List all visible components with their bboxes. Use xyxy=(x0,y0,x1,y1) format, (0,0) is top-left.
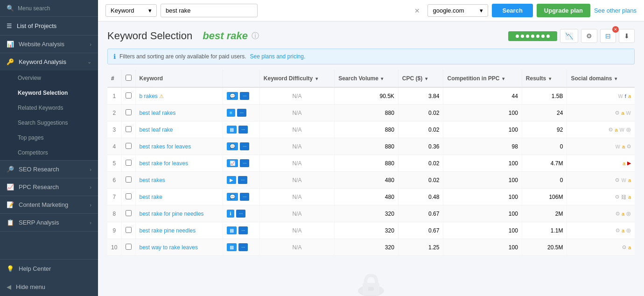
social-sort-icon: ▾ xyxy=(615,76,617,81)
row-icon-btn-1[interactable]: 📈 xyxy=(227,159,238,167)
row-results: 20.5M xyxy=(522,239,567,256)
row-icon-btn-dots[interactable]: ··· xyxy=(240,142,249,150)
table-row: 2 best leaf rakes ≡ ··· N/A 880 0.02 100… xyxy=(107,105,635,121)
row-check[interactable] xyxy=(121,222,135,239)
list-of-projects[interactable]: ☰ List of Projects xyxy=(0,17,98,35)
see-other-plans-link[interactable]: See other plans xyxy=(594,7,637,14)
row-actions: ▦ ··· xyxy=(223,239,259,256)
row-icon-btn-dots[interactable]: ··· xyxy=(238,126,248,134)
kd-sort-icon: ▾ xyxy=(315,76,318,81)
row-keyword[interactable]: best rake for pine needles xyxy=(135,205,223,222)
row-icon-btn-dots[interactable]: ··· xyxy=(236,210,245,218)
row-social: ⊙aW xyxy=(567,105,635,121)
col-social[interactable]: Social domains ▾ xyxy=(567,70,635,87)
col-results[interactable]: Results ▾ xyxy=(522,70,567,87)
page-title-info-icon[interactable]: ⓘ xyxy=(252,31,259,41)
page-title-keyword: best rake xyxy=(203,30,248,42)
row-num: 6 xyxy=(107,172,121,189)
content-icon: 📝 xyxy=(7,201,14,208)
row-keyword[interactable]: best rake for leaves xyxy=(135,155,223,172)
search-button[interactable]: Search xyxy=(492,4,532,17)
row-social: ⊙a◎ xyxy=(567,222,635,239)
sidebar-item-ppc-research[interactable]: 📈 PPC Research › xyxy=(0,178,98,196)
row-keyword[interactable]: best rakes xyxy=(135,172,223,189)
sidebar-sub-item-overview[interactable]: Overview xyxy=(0,70,98,85)
row-check[interactable] xyxy=(121,87,135,105)
sidebar-item-content-marketing[interactable]: 📝 Content Marketing › xyxy=(0,196,98,213)
plans-link[interactable]: See plans and pricing. xyxy=(250,53,305,60)
lock-illustration xyxy=(352,270,390,296)
dropdown-arrow-icon: ▾ xyxy=(148,7,152,14)
row-check[interactable] xyxy=(121,155,135,172)
row-icon-btn-dots[interactable]: ··· xyxy=(237,109,246,117)
sidebar-item-serp-analysis[interactable]: 📋 SERP Analysis › xyxy=(0,214,98,231)
keyword-type-dropdown[interactable]: Keyword ▾ xyxy=(105,4,157,17)
menu-search[interactable]: 🔍 Menu search xyxy=(0,0,98,17)
row-icon-btn-dots[interactable]: ··· xyxy=(238,243,248,251)
sidebar-item-keyword-analysis-label: Keyword Analysis xyxy=(19,58,66,65)
sidebar-sub-item-keyword-selection[interactable]: Keyword Selection xyxy=(0,85,98,100)
row-keyword[interactable]: best way to rake leaves xyxy=(135,239,223,256)
row-keyword[interactable]: best rake xyxy=(135,189,223,205)
filter-clear-icon[interactable]: ✕ xyxy=(612,26,619,33)
row-sv: 320 xyxy=(335,222,399,239)
row-icon-btn-1[interactable]: ℹ xyxy=(227,210,234,218)
row-check[interactable] xyxy=(121,239,135,256)
row-keyword[interactable]: b rakes⚠ xyxy=(135,87,223,105)
clear-search-button[interactable]: ✕ xyxy=(414,7,420,14)
row-icon-btn-1[interactable]: ▦ xyxy=(227,243,237,251)
dots-button[interactable] xyxy=(508,31,557,41)
search-input[interactable] xyxy=(161,4,258,17)
sidebar-item-help-center[interactable]: 💡 Help Center xyxy=(0,260,98,278)
export-button[interactable]: ⬇ xyxy=(619,29,635,43)
row-icon-btn-dots[interactable]: ··· xyxy=(240,193,249,201)
sidebar-item-hide-menu[interactable]: ◀ Hide menu xyxy=(0,278,98,296)
hide-menu-label: Hide menu xyxy=(16,283,45,290)
row-icon-btn-1[interactable]: 💬 xyxy=(227,92,238,100)
row-sv: 480 xyxy=(335,189,399,205)
col-kd[interactable]: Keyword Difficulty ▾ xyxy=(259,70,334,87)
row-icon-btn-1[interactable]: ▦ xyxy=(227,126,237,134)
topbar: Keyword ▾ ✕ google.com ▾ Search Upgrade … xyxy=(98,0,644,21)
page-title: Keyword Selection best rake ⓘ xyxy=(107,30,259,42)
row-check[interactable] xyxy=(121,138,135,155)
row-keyword[interactable]: best leaf rake xyxy=(135,121,223,138)
row-check[interactable] xyxy=(121,172,135,189)
row-keyword[interactable]: best leaf rakes xyxy=(135,105,223,121)
row-icon-btn-dots[interactable]: ··· xyxy=(240,159,249,167)
upgrade-plan-button[interactable]: Upgrade plan xyxy=(537,4,590,17)
col-comp[interactable]: Competition in PPC ▾ xyxy=(443,70,522,87)
row-icon-btn-1[interactable]: 💬 xyxy=(227,193,238,201)
row-keyword[interactable]: best rakes for leaves xyxy=(135,138,223,155)
table-row: 6 best rakes ▶ ··· N/A 480 0.02 100 0 ⊙W… xyxy=(107,172,635,189)
sidebar-sub-item-related-keywords[interactable]: Related Keywords xyxy=(0,100,98,115)
row-keyword[interactable]: best rake pine needles xyxy=(135,222,223,239)
row-icon-btn-dots[interactable]: ··· xyxy=(238,226,248,234)
row-icon-btn-dots[interactable]: ··· xyxy=(240,92,249,100)
sidebar-sub-item-top-pages[interactable]: Top pages xyxy=(0,130,98,145)
row-icon-btn-1[interactable]: ≡ xyxy=(227,109,235,117)
row-icon-btn-dots[interactable]: ··· xyxy=(238,176,247,184)
bottom-upgrade-message: Data is limited by the current pricing p… xyxy=(107,256,635,296)
row-comp: 100 xyxy=(443,121,522,138)
chart-icon: 📊 xyxy=(7,41,14,48)
row-icon-btn-1[interactable]: 💬 xyxy=(227,142,238,150)
row-check[interactable] xyxy=(121,105,135,121)
row-check[interactable] xyxy=(121,205,135,222)
row-check[interactable] xyxy=(121,121,135,138)
sidebar-item-website-analysis[interactable]: 📊 Website Analysis › xyxy=(0,35,98,53)
col-cpc[interactable]: CPC ($) ▾ xyxy=(398,70,443,87)
sidebar-item-keyword-analysis[interactable]: 🔑 Keyword Analysis ⌄ xyxy=(0,53,98,70)
info-text: Filters and sorting are only available f… xyxy=(119,53,246,60)
row-check[interactable] xyxy=(121,189,135,205)
domain-dropdown[interactable]: google.com ▾ xyxy=(427,4,488,17)
select-all-checkbox[interactable] xyxy=(126,75,132,81)
row-icon-btn-1[interactable]: ▶ xyxy=(227,176,236,184)
sidebar-item-seo-research[interactable]: 🔎 SEO Research › xyxy=(0,161,98,178)
sidebar-sub-item-competitors[interactable]: Competitors xyxy=(0,145,98,160)
graph-view-button[interactable]: 📉 xyxy=(560,29,578,43)
settings-button[interactable]: ⚙ xyxy=(581,29,597,43)
row-icon-btn-1[interactable]: ▦ xyxy=(227,226,237,234)
sidebar-sub-item-search-suggestions[interactable]: Search Suggestions xyxy=(0,115,98,130)
col-sv[interactable]: Search Volume ▾ xyxy=(335,70,399,87)
